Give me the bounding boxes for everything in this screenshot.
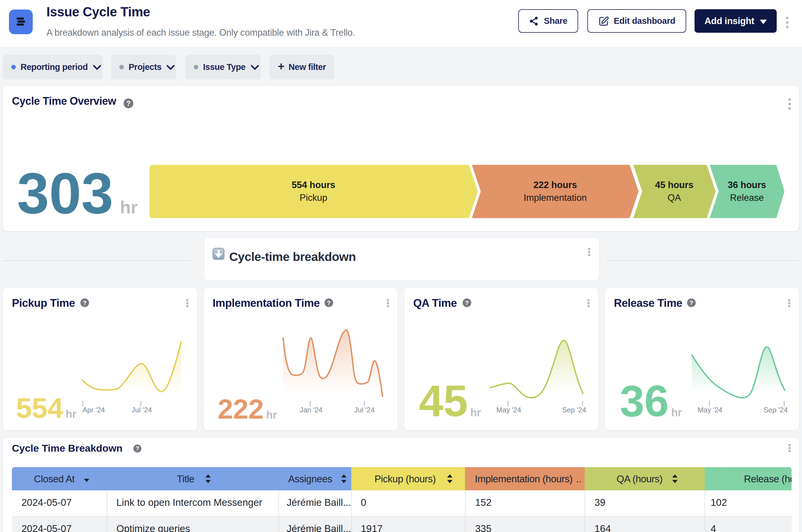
svg-text:Jan '24: Jan '24	[300, 406, 323, 414]
svg-text:May '24: May '24	[697, 406, 722, 414]
svg-text:Jul '24: Jul '24	[132, 406, 152, 414]
svg-text:Jul '24: Jul '24	[354, 406, 375, 414]
svg-text:Sep '24: Sep '24	[764, 406, 788, 414]
svg-text:Apr '24: Apr '24	[82, 406, 105, 414]
svg-text:May '24: May '24	[496, 406, 521, 414]
svg-text:Sep '24: Sep '24	[562, 406, 586, 414]
